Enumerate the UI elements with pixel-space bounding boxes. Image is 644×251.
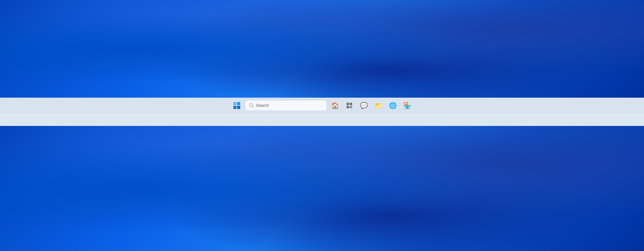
svg-line-1 — [253, 106, 254, 107]
ms-store-icon-top: 🏪 — [403, 102, 411, 109]
svg-rect-3 — [350, 103, 352, 105]
wallpaper-top — [0, 0, 644, 98]
taskbar-top: Search 🏠 💬 📁 🌐 🏪 — [0, 98, 644, 113]
teams-icon-top: 💬 — [360, 102, 368, 109]
desktop-top — [0, 0, 644, 98]
search-icon-top — [249, 103, 254, 108]
start-button-top[interactable] — [230, 99, 243, 112]
lighthouse-icon-top: 🏠 — [331, 102, 339, 109]
desktop-bottom — [0, 126, 644, 251]
task-view-top[interactable] — [343, 99, 356, 112]
gap-section — [0, 113, 644, 126]
svg-rect-4 — [347, 106, 349, 108]
edge-app-top[interactable]: 🌐 — [386, 99, 399, 112]
svg-rect-5 — [350, 106, 352, 108]
search-text-top: Search — [256, 103, 269, 108]
win-logo-tr — [237, 102, 240, 105]
wallpaper-bottom — [0, 126, 644, 251]
search-bar-top[interactable]: Search — [245, 100, 327, 111]
ms-store-top[interactable]: 🏪 — [401, 99, 414, 112]
taskbar-top-center: Search 🏠 💬 📁 🌐 🏪 — [230, 99, 414, 112]
task-view-icon-top — [346, 102, 353, 109]
file-explorer-icon-top: 📁 — [375, 102, 382, 109]
lighthouse-app-top[interactable]: 🏠 — [329, 99, 341, 112]
win-logo-tl — [233, 102, 236, 105]
win-logo-br — [237, 106, 240, 109]
teams-app-top[interactable]: 💬 — [358, 99, 370, 112]
file-explorer-top[interactable]: 📁 — [372, 99, 385, 112]
svg-rect-2 — [347, 103, 349, 105]
windows-logo-top — [233, 102, 240, 109]
edge-icon-top: 🌐 — [389, 102, 397, 109]
win-logo-bl — [233, 106, 236, 109]
